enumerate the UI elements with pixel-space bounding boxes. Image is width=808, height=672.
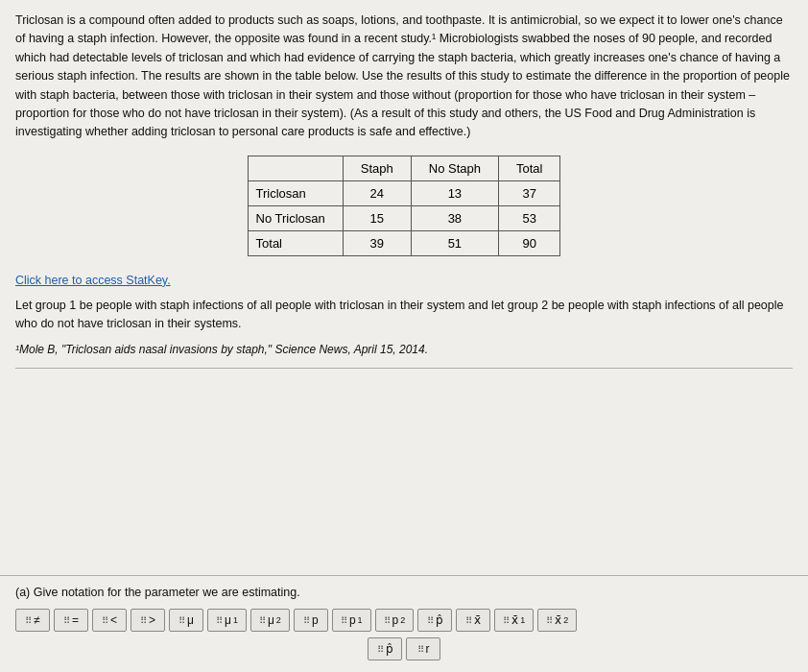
sym-btn-phat-row2[interactable]: ⠿ p̂	[368, 637, 402, 660]
cell-total-total: 90	[498, 230, 559, 255]
sym-btn-lt[interactable]: ⠿ <	[92, 609, 127, 632]
sym-btn-neq[interactable]: ⠿ ≠	[15, 609, 50, 632]
sym-btn-xbar1[interactable]: ⠿ x̄1	[494, 609, 534, 632]
cell-triclosan-nostaph: 13	[411, 180, 498, 205]
cell-total-nostaph: 51	[411, 230, 498, 255]
col-header-nostaph: No Staph	[411, 156, 498, 180]
sym-btn-mu2[interactable]: ⠿ μ2	[250, 609, 290, 632]
sym-btn-xbar2[interactable]: ⠿ x̄2	[537, 609, 577, 632]
row-label-notriclosan: No Triclosan	[248, 205, 343, 230]
question-section: (a) Give notation for the parameter we a…	[0, 575, 808, 672]
cell-notriclosan-total: 53	[498, 205, 559, 230]
table-row: Total 39 51 90	[248, 230, 560, 255]
cell-notriclosan-staph: 15	[343, 205, 411, 230]
divider	[15, 368, 793, 369]
cell-total-staph: 39	[343, 230, 411, 255]
row-label-total: Total	[248, 230, 343, 255]
sym-btn-eq[interactable]: ⠿ =	[54, 609, 88, 632]
col-header-empty	[248, 156, 343, 180]
intro-paragraph: Triclosan is a compound often added to p…	[15, 12, 793, 142]
sym-btn-mu1[interactable]: ⠿ μ1	[207, 609, 247, 632]
question-label: (a) Give notation for the parameter we a…	[15, 586, 793, 599]
cell-triclosan-staph: 24	[343, 180, 411, 205]
footnote: ¹Mole B, "Triclosan aids nasal invasions…	[15, 343, 793, 356]
statkey-link[interactable]: Click here to access StatKey.	[15, 274, 793, 287]
col-header-total: Total	[498, 156, 559, 180]
table-row: Triclosan 24 13 37	[248, 180, 560, 205]
sym-btn-p1[interactable]: ⠿ p1	[332, 609, 371, 632]
group-description: Let group 1 be people with staph infecti…	[15, 297, 793, 334]
cell-notriclosan-nostaph: 38	[411, 205, 498, 230]
sym-btn-xbar[interactable]: ⠿ x̄	[456, 609, 490, 632]
sym-btn-p[interactable]: ⠿ p	[294, 609, 328, 632]
table-row: No Triclosan 15 38 53	[248, 205, 560, 230]
cell-triclosan-total: 37	[498, 180, 559, 205]
data-table-container: Staph No Staph Total Triclosan 24 13 37 …	[15, 156, 793, 256]
sym-btn-gt[interactable]: ⠿ >	[131, 609, 165, 632]
col-header-staph: Staph	[343, 156, 411, 180]
sym-btn-r[interactable]: ⠿ r	[406, 637, 440, 660]
symbol-button-row1: ⠿ ≠ ⠿ = ⠿ < ⠿ > ⠿ μ ⠿ μ1 ⠿ μ2 ⠿ p ⠿ p1 ⠿…	[15, 609, 793, 632]
sym-btn-mu[interactable]: ⠿ μ	[169, 609, 203, 632]
data-table: Staph No Staph Total Triclosan 24 13 37 …	[248, 156, 561, 256]
symbol-button-row2: ⠿ p̂ ⠿ r	[15, 637, 793, 660]
sym-btn-phat[interactable]: ⠿ p̂	[417, 609, 452, 632]
row-label-triclosan: Triclosan	[248, 180, 343, 205]
sym-btn-p2[interactable]: ⠿ p2	[375, 609, 415, 632]
